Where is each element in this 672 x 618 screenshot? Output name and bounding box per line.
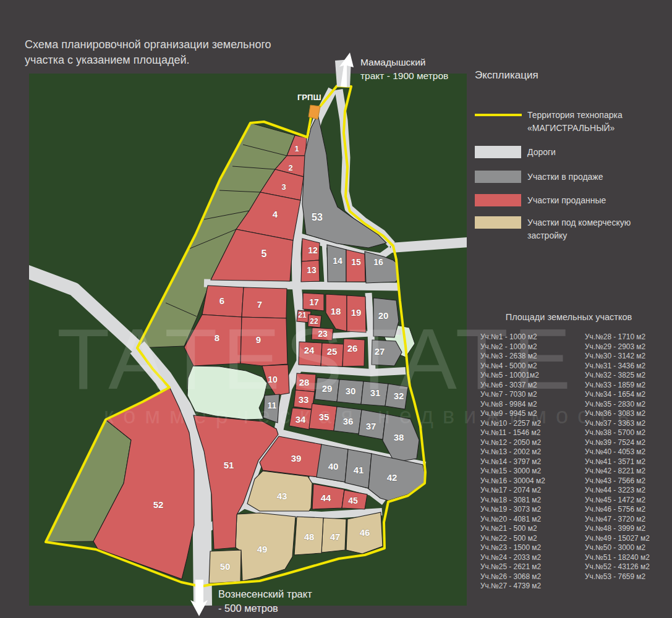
- area-entry: Уч.№18 - 3081 м2: [480, 496, 545, 506]
- area-entry: Уч.№32 - 3825 м2: [585, 371, 650, 381]
- plot-label-16: 16: [373, 257, 383, 267]
- area-entry: Уч.№48 - 3999 м2: [585, 524, 650, 534]
- plot-label-38: 38: [394, 432, 404, 442]
- grpsh-marker: [308, 105, 320, 119]
- plot-label-48: 48: [304, 531, 315, 542]
- area-entry: Уч.№16 - 30004 м2: [480, 476, 545, 486]
- area-entry: Уч.№22 - 500 м2: [480, 534, 545, 544]
- area-entry: Уч.№30 - 3142 м2: [585, 352, 650, 362]
- plot-label-37: 37: [366, 421, 376, 431]
- plot-label-6: 6: [219, 295, 224, 306]
- plot-label-19: 19: [351, 307, 362, 318]
- plot-label-33: 33: [299, 394, 309, 405]
- top-road-label: Мамадышский тракт - 1900 метров: [360, 56, 448, 83]
- plot-label-2: 2: [288, 163, 292, 172]
- plot-label-50: 50: [220, 561, 231, 572]
- plot-label-1: 1: [294, 144, 299, 153]
- area-entry: Уч.№8 - 9984 м2: [480, 400, 545, 410]
- road-7: [204, 283, 398, 287]
- area-entry: Уч.№13 - 2002 м2: [480, 447, 545, 457]
- plot-label-29: 29: [322, 383, 333, 394]
- area-entry: Уч.№24 - 2033 м2: [480, 553, 545, 563]
- area-entry: Уч.№37 - 3363 м2: [585, 419, 650, 429]
- area-entry: Уч.№19 - 3073 м2: [480, 505, 545, 515]
- area-entry: Уч.№9 - 9945 м2: [480, 409, 545, 419]
- bottom-road-label: Вознесенский тракт - 500 метров: [218, 587, 312, 616]
- plot-label-15: 15: [351, 257, 361, 267]
- area-entry: Уч.№10 - 2257 м2: [480, 419, 545, 429]
- plot-label-35: 35: [319, 412, 330, 422]
- area-entry: Уч.№15 - 3000 м2: [480, 467, 545, 476]
- area-entry: Уч.№46 - 5756 м2: [585, 505, 650, 515]
- area-entry: Уч.№12 - 2050 м2: [480, 438, 545, 448]
- plot-label-24: 24: [304, 345, 315, 355]
- area-entry: Уч.№1 - 1000 м2: [480, 332, 545, 342]
- site-plan-map: 1234567891011121314151617181920212223242…: [0, 0, 672, 618]
- plot-label-13: 13: [307, 265, 317, 275]
- plot-label-51: 51: [224, 460, 234, 470]
- road-8: [297, 368, 406, 373]
- area-entry: Уч.№45 - 1472 м2: [585, 496, 650, 506]
- legend-label-territory: Территория технопарка «МАГИСТРАЛЬНЫЙ»: [527, 109, 623, 135]
- plot-label-18: 18: [331, 306, 341, 316]
- plot-label-7: 7: [257, 299, 262, 310]
- area-entry: Уч.№47 - 3720 м2: [585, 515, 650, 525]
- legend-swatch-plots-commercial: [475, 216, 521, 229]
- plot-label-40: 40: [328, 461, 339, 472]
- area-entry: Уч.№20 - 4081 м2: [480, 515, 545, 525]
- legend-label-plots-sold: Участки проданные: [527, 194, 606, 207]
- plot-label-42: 42: [387, 472, 398, 483]
- plot-label-3: 3: [281, 182, 286, 192]
- area-entry: Уч.№26 - 3068 м2: [480, 572, 545, 582]
- road-5: [391, 242, 468, 248]
- area-entry: Уч.№51 - 18240 м2: [585, 553, 650, 563]
- area-entry: Уч.№2 - 1000 м2: [480, 342, 545, 352]
- areas-column-left: Уч.№1 - 1000 м2Уч.№2 - 1000 м2Уч.№3 - 26…: [480, 332, 545, 591]
- legend-swatch-roads: [475, 146, 521, 158]
- page-title: Схема планировочной организации земельно…: [25, 37, 271, 68]
- plot-label-10: 10: [268, 375, 278, 384]
- plot-label-47: 47: [330, 531, 341, 542]
- plot-label-12: 12: [308, 245, 318, 255]
- plot-label-39: 39: [291, 453, 302, 464]
- area-entry: Уч.№27 - 4739 м2: [480, 582, 545, 591]
- plot-areas-panel: Площади земельных участков Уч.№1 - 1000 …: [479, 312, 658, 322]
- plot-label-27: 27: [375, 346, 385, 357]
- plot-label-4: 4: [273, 209, 278, 219]
- area-entry: Уч.№35 - 2830 м2: [585, 400, 650, 410]
- plot-label-49: 49: [257, 544, 268, 554]
- plot-label-31: 31: [370, 387, 381, 398]
- plot-label-44: 44: [321, 493, 331, 503]
- plot-7: [242, 287, 287, 318]
- area-entry: Уч.№5 - 10001м2: [480, 371, 545, 381]
- plot-label-45: 45: [348, 496, 358, 506]
- road-10: [324, 242, 326, 283]
- legend-swatch-territory: [475, 114, 522, 116]
- legend-label-plots-for-sale: Участки в продаже: [527, 171, 603, 184]
- area-entry: Уч.№23 - 1500 м2: [480, 543, 545, 553]
- plot-label-26: 26: [347, 343, 358, 353]
- area-entry: Уч.№50 - 3000 м2: [585, 543, 650, 553]
- plot-label-14: 14: [333, 256, 342, 266]
- area-entry: Уч.№34 - 1654 м2: [585, 390, 650, 400]
- legend-label-plots-commercial: Участки под комерческую застройку: [527, 216, 631, 242]
- plot-label-23: 23: [318, 329, 328, 339]
- area-entry: Уч.№29 - 2903 м2: [585, 342, 650, 352]
- area-entry: Уч.№40 - 4053 м2: [585, 447, 650, 457]
- area-entry: Уч.№38 - 5700 м2: [585, 428, 650, 438]
- area-entry: Уч.№3 - 2638 м2: [480, 352, 545, 362]
- areas-column-right: Уч.№28 - 1710 м2Уч.№29 - 2903 м2Уч.№30 -…: [585, 332, 650, 582]
- plot-label-22: 22: [310, 317, 318, 326]
- plot-label-8: 8: [215, 332, 219, 343]
- plot-label-46: 46: [360, 527, 370, 538]
- legend-swatch-plots-for-sale: [475, 171, 521, 183]
- area-entry: Уч.№17 - 2074 м2: [480, 486, 545, 496]
- plot-label-41: 41: [354, 465, 364, 475]
- plot-label-21: 21: [298, 311, 307, 320]
- area-entry: Уч.№31 - 3436 м2: [585, 362, 650, 371]
- area-entry: Уч.№21 - 500 м2: [480, 524, 545, 534]
- plot-label-28: 28: [299, 377, 310, 387]
- plot-9: [240, 317, 287, 366]
- area-entry: Уч.№39 - 7524 м2: [585, 438, 650, 448]
- area-entry: Уч.№33 - 1859 м2: [585, 381, 650, 391]
